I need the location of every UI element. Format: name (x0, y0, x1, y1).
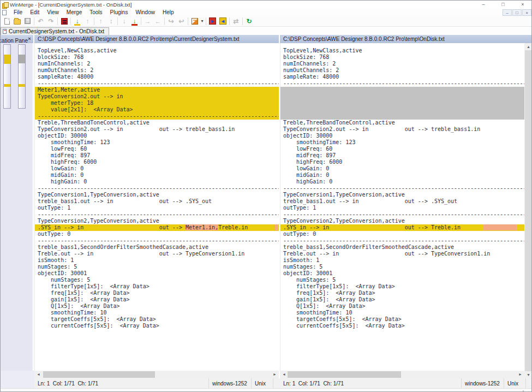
code-line[interactable]: numOutChannels: 2 (280, 67, 524, 74)
code-line[interactable]: objectID: 30000 (35, 133, 279, 139)
code-line[interactable]: TypeConversion1,TypeConversion,active (35, 192, 279, 198)
redo-icon[interactable]: ↷ (46, 16, 56, 26)
code-line[interactable]: highGain: 0 (35, 179, 279, 185)
mdi-document-icon[interactable] (2, 10, 7, 15)
code-line[interactable]: value[2x1]: <Array Data> (35, 106, 279, 113)
menu-item-tools[interactable]: Tools (86, 9, 106, 15)
code-line[interactable]: isSmooth: 1 (35, 257, 279, 264)
first-difference-icon[interactable]: ↑ (95, 16, 106, 26)
code-line[interactable]: objectID: 30001 (280, 270, 524, 277)
code-line[interactable]: treble_bass1.out --> in out --> .SYS_out (280, 198, 524, 205)
current-difference-icon[interactable]: ↕ (106, 16, 116, 26)
code-line[interactable]: numStages: 5 (280, 264, 524, 270)
right-horizontal-scrollbar[interactable]: ◄ ► (280, 371, 524, 378)
vscroll-thumb[interactable] (525, 50, 532, 371)
options-icon[interactable] (59, 16, 69, 26)
code-line[interactable]: objectID: 30001 (35, 270, 279, 277)
copy-right-icon[interactable]: → (142, 16, 153, 26)
copy-left-and-advance-icon[interactable]: ↩ (176, 16, 187, 26)
previous-difference-icon[interactable]: ↑ (82, 16, 93, 26)
code-line[interactable]: targetCoeffs[5x5]: <Array Data> (35, 316, 279, 323)
code-line[interactable]: numOutChannels: 2 (35, 67, 279, 74)
deleted-block-line[interactable] (280, 100, 524, 106)
maximize-button[interactable]: □ (493, 1, 513, 9)
separator-line[interactable]: ----------------------------------------… (280, 80, 524, 87)
copy-all-left-icon[interactable]: ◂ (218, 16, 228, 26)
location-pane-close-icon[interactable]: × (27, 35, 32, 43)
right-hscroll-thumb[interactable] (288, 371, 401, 378)
vertical-scrollbar[interactable]: ▲ ▼ (524, 43, 532, 378)
code-line[interactable]: outType: 0 (280, 231, 524, 237)
code-line[interactable]: gain[1x5]: <Array Data> (35, 296, 279, 303)
minimize-button[interactable]: – (474, 1, 493, 9)
code-line[interactable]: objectID: 30000 (280, 133, 524, 139)
scroll-left-icon[interactable]: ◄ (34, 371, 43, 378)
deleted-block-line[interactable] (280, 106, 524, 113)
document-tab[interactable]: CurrentDesignerSystem.txt - OnDisk.txt (1, 27, 109, 35)
menu-item-file[interactable]: File (10, 9, 26, 15)
code-line[interactable]: filterType[1x5]: <Array Data> (35, 283, 279, 290)
separator-line[interactable]: ----------------------------------------… (35, 211, 279, 218)
separator-line[interactable]: ----------------------------------------… (35, 185, 279, 192)
next-difference-icon[interactable]: ↓ (72, 16, 82, 26)
menu-item-view[interactable]: View (43, 9, 63, 15)
code-line[interactable]: gain[1x5]: <Array Data> (280, 296, 524, 303)
left-horizontal-scrollbar[interactable]: ◄ ► (34, 371, 279, 378)
deleted-block-line[interactable] (280, 113, 524, 120)
scroll-down-icon[interactable]: ▼ (524, 371, 532, 378)
code-line[interactable]: numStages: 5 (35, 264, 279, 270)
code-line[interactable]: freq[1x5]: <Array Data> (35, 290, 279, 296)
auto-merge-dropdown-icon[interactable]: ▾ (200, 19, 205, 23)
code-line[interactable]: numStages: 5 (35, 277, 279, 283)
code-line[interactable]: TopLevel,NewClass,active (280, 47, 524, 54)
code-line[interactable]: highGain: 0 (280, 179, 524, 185)
code-line[interactable]: lowFreq: 60 (35, 146, 279, 152)
scroll-right-icon[interactable]: ► (271, 371, 279, 378)
code-line[interactable]: midFreq: 897 (280, 152, 524, 159)
new-file-icon[interactable] (2, 16, 12, 26)
code-line[interactable]: Treble,ThreeBandToneControl,active (280, 120, 524, 126)
separator-line[interactable]: ----------------------------------------… (35, 113, 279, 120)
code-line[interactable]: lowGain: 0 (280, 165, 524, 172)
code-line[interactable]: smoothingTime: 10 (280, 310, 524, 316)
location-bar-left[interactable] (3, 44, 11, 109)
scroll-left-icon[interactable]: ◄ (280, 371, 288, 378)
next-conflict-icon[interactable]: ↓ (119, 16, 129, 26)
menu-item-help[interactable]: Help (159, 9, 178, 15)
code-line[interactable]: Meter1,Meter,active (35, 87, 279, 93)
code-line[interactable]: treble_bass1,SecondOrderFilterSmoothedCa… (280, 244, 524, 251)
scroll-right-icon[interactable]: ► (516, 371, 524, 378)
location-bar-right[interactable] (18, 44, 26, 109)
code-line[interactable]: highFreq: 6000 (280, 159, 524, 165)
mdi-minimize-button[interactable]: – (503, 9, 512, 16)
code-line[interactable]: midGain: 0 (35, 172, 279, 179)
close-button[interactable]: × (513, 1, 532, 9)
menu-item-plugins[interactable]: Plugins (106, 9, 132, 15)
code-line[interactable]: Treble,ThreeBandToneControl,active (35, 120, 279, 126)
code-line[interactable]: outType: 1 (280, 205, 524, 211)
copy-right-and-advance-icon[interactable]: ↪ (166, 16, 176, 26)
code-line[interactable]: Treble.out --> in out --> TypeConversion… (35, 251, 279, 257)
code-line[interactable]: TopLevel,NewClass,active (35, 47, 279, 54)
code-line[interactable]: TypeConversion1,TypeConversion,active (280, 192, 524, 198)
code-line[interactable]: meterType: 18 (35, 100, 279, 106)
code-line[interactable]: highFreq: 6000 (35, 159, 279, 165)
scroll-up-icon[interactable]: ▲ (524, 43, 532, 50)
code-line[interactable]: freq[1x5]: <Array Data> (280, 290, 524, 296)
save-icon[interactable] (22, 16, 33, 26)
open-icon[interactable] (12, 16, 22, 26)
code-line[interactable]: sampleRate: 48000 (35, 74, 279, 80)
code-line[interactable]: currentCoeffs[5x5]: <Array Data> (280, 323, 524, 329)
code-line[interactable]: sampleRate: 48000 (280, 74, 524, 80)
code-line[interactable]: TypeConversion2.out --> in out --> trebl… (35, 126, 279, 133)
code-line[interactable]: TypeConversion2,TypeConversion,active (35, 218, 279, 224)
code-line[interactable]: lowFreq: 60 (280, 146, 524, 152)
undo-icon[interactable]: ↶ (35, 16, 46, 26)
copy-left-icon[interactable]: ← (153, 16, 163, 26)
left-file-pane[interactable]: TopLevel,NewClass,activeblockSize: 768nu… (34, 43, 279, 371)
code-line[interactable]: lowGain: 0 (35, 165, 279, 172)
code-line[interactable]: isSmooth: 1 (280, 257, 524, 264)
menu-item-merge[interactable]: Merge (63, 9, 86, 15)
menu-item-window[interactable]: Window (131, 9, 159, 15)
code-line[interactable]: targetCoeffs[5x5]: <Array Data> (280, 316, 524, 323)
